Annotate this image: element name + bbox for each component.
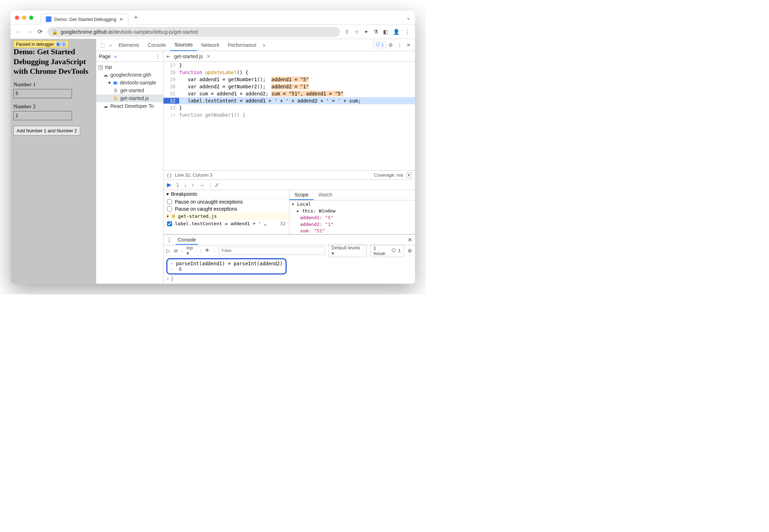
labs-icon[interactable]: ⚗ (374, 29, 378, 35)
tab-elements[interactable]: Elements (114, 39, 143, 51)
console-drawer: ⋮ Console ✕ ▷ ⊘ | top ▾ | 👁 | (164, 234, 415, 284)
file-tab-bar: ⇤ get-started.js✕ (164, 51, 415, 62)
tab-scope[interactable]: Scope (289, 190, 314, 200)
tab-watch[interactable]: Watch (314, 190, 337, 200)
resume-button[interactable]: ▶ (167, 182, 171, 188)
console-clear-icon[interactable]: ⊘ (174, 248, 178, 254)
highlighted-console: ›parseInt(addend1) + parseInt(addend2) ‹… (166, 258, 287, 275)
more-tabs-icon[interactable]: » (261, 42, 268, 48)
cursor-position: Line 32, Column 3 (175, 172, 212, 178)
coverage-status: Coverage: n/a (374, 172, 403, 178)
debugger-lower: ▾ Breakpoints Pause on uncaught exceptio… (164, 190, 415, 234)
navigator-more-icon[interactable]: » (114, 54, 117, 59)
minimize-window-icon[interactable] (22, 16, 26, 20)
code-column: ⇤ get-started.js✕ 27} 28function updateL… (164, 51, 415, 284)
label-number2: Number 2 (13, 103, 93, 110)
tab-console[interactable]: Console (144, 39, 170, 51)
settings-icon[interactable]: ⚙ (386, 42, 395, 48)
tree-react[interactable]: ☁ React Developer To (96, 102, 163, 110)
file-tab[interactable]: get-started.js✕ (174, 54, 211, 59)
profile-icon[interactable]: 👤 (393, 29, 400, 35)
step-icon[interactable]: ⤵ (62, 41, 66, 47)
paused-badge: Paused in debugger ▶ ⤵ (13, 40, 68, 48)
toggle-navigator-icon[interactable]: ⇤ (166, 54, 171, 59)
add-button[interactable]: Add Number 1 and Number 2 (13, 126, 80, 135)
drawer-console-tab[interactable]: Console (176, 235, 198, 245)
devtools-tabs: ⬚ ⌐ Elements Console Sources Network Per… (96, 39, 415, 51)
drawer-menu-icon[interactable]: ⋮ (166, 237, 172, 243)
tab-sources[interactable]: Sources (170, 39, 197, 51)
issues-badge[interactable]: 🗨 1 (373, 41, 386, 48)
tab-performance[interactable]: Performance (224, 39, 261, 51)
tree-host[interactable]: ☁ googlechrome.gith (96, 71, 163, 79)
forward-button: → (27, 28, 33, 35)
back-button[interactable]: ← (16, 28, 22, 35)
url-text: googlechrome.github.io/devtools-samples/… (61, 29, 198, 35)
address-field[interactable]: 🔒 googlechrome.github.io/devtools-sample… (48, 27, 340, 37)
deactivate-bp-icon[interactable]: ⁄⁄ (216, 182, 218, 188)
tree-top[interactable]: ◳ top (96, 63, 163, 71)
bp-line-row[interactable]: label.textContent = addend1 + ' … 32 (164, 220, 289, 227)
navigator-page-label[interactable]: Page (99, 54, 111, 59)
menu-icon[interactable]: ⋮ (405, 29, 410, 35)
console-filter-input[interactable] (218, 247, 325, 255)
window-controls (15, 16, 33, 20)
maximize-window-icon[interactable] (29, 16, 33, 20)
breakpoints-pane: ▾ Breakpoints Pause on uncaught exceptio… (164, 190, 289, 234)
close-devtools-icon[interactable]: ✕ (404, 42, 413, 48)
content-area: Paused in debugger ▶ ⤵ Demo: Get Started… (11, 39, 415, 284)
console-settings-icon[interactable]: ⚙ (408, 248, 412, 254)
pause-caught-row[interactable]: Pause on caught exceptions (164, 205, 289, 212)
lock-icon: 🔒 (52, 29, 58, 35)
tree-file-js[interactable]: 🗎 get-started.js (96, 94, 163, 102)
titlebar: Demo: Get Started Debugging ✕ + ⌄ (11, 11, 415, 25)
new-tab-button[interactable]: + (134, 14, 138, 21)
file-close-icon[interactable]: ✕ (206, 54, 211, 59)
live-expression-icon[interactable]: 👁 (205, 248, 210, 253)
bp-file-row[interactable]: ▾ 🗎 get-started.js (164, 212, 289, 220)
bookmark-icon[interactable]: ☆ (354, 29, 359, 35)
step-out-icon[interactable]: ↑ (192, 182, 195, 188)
console-body[interactable]: ›parseInt(addend1) + parseInt(addend2) ‹… (164, 256, 415, 284)
sidepanel-icon[interactable]: ◧ (383, 29, 388, 35)
breakpoints-header[interactable]: ▾ Breakpoints (164, 190, 289, 198)
navigator-menu-icon[interactable]: ⋮ (155, 54, 160, 59)
tree-file-html[interactable]: 🗎 get-started (96, 87, 163, 94)
tab-close-icon[interactable]: ✕ (119, 17, 123, 22)
step-icon[interactable]: → (199, 182, 205, 188)
drawer-close-icon[interactable]: ✕ (408, 237, 412, 243)
log-levels-dropdown[interactable]: Default levels ▾ (328, 244, 367, 257)
tab-network[interactable]: Network (197, 39, 223, 51)
resume-icon[interactable]: ▶ (56, 41, 61, 47)
navigator: Page » ⋮ ◳ top ☁ googlechrome.gith ▾ 🖿 d… (96, 51, 164, 284)
console-cursor[interactable] (172, 276, 172, 281)
step-into-icon[interactable]: ↓ (184, 182, 187, 188)
scope-pane: Scope Watch ▾ Local ▸ this: Window adden… (289, 190, 415, 234)
step-over-icon[interactable]: ⤵ (176, 182, 179, 188)
url-bar: ← → ⟳ 🔒 googlechrome.github.io/devtools-… (11, 25, 415, 39)
pretty-print-icon[interactable]: { } (167, 172, 171, 178)
console-input-line: parseInt(addend1) + parseInt(addend2) (176, 261, 283, 266)
inspect-icon[interactable]: ⬚ (98, 42, 107, 48)
coverage-dropdown-icon[interactable]: ▾ (406, 172, 411, 178)
input-number2[interactable] (13, 111, 72, 120)
page-title: Demo: Get Started Debugging JavaScript w… (13, 47, 93, 76)
device-icon[interactable]: ⌐ (107, 42, 114, 48)
issue-count[interactable]: 1 Issue: 🗨 1 (370, 244, 404, 257)
tabs-dropdown-icon[interactable]: ⌄ (406, 14, 411, 21)
share-icon[interactable]: ⇧ (345, 29, 349, 35)
code-editor[interactable]: 27} 28function updateLabel() { 29 var ad… (164, 62, 415, 170)
console-context[interactable]: top ▾ (187, 245, 197, 256)
reload-button[interactable]: ⟳ (38, 28, 43, 35)
debugger-toolbar: ▶ ⤵ ↓ ↑ → | ⁄⁄ (164, 179, 415, 190)
input-number1[interactable] (13, 89, 72, 98)
sources-panel: Page » ⋮ ◳ top ☁ googlechrome.gith ▾ 🖿 d… (96, 51, 415, 284)
kebab-icon[interactable]: ⋮ (395, 42, 404, 48)
browser-tab[interactable]: Demo: Get Started Debugging ✕ (40, 13, 128, 25)
tab-title: Demo: Get Started Debugging (54, 17, 116, 22)
pause-uncaught-row[interactable]: Pause on uncaught exceptions (164, 198, 289, 205)
close-window-icon[interactable] (15, 16, 19, 20)
extensions-icon[interactable]: ✦ (364, 29, 369, 35)
console-sidebar-icon[interactable]: ▷ (166, 248, 170, 254)
tree-folder[interactable]: ▾ 🖿 devtools-sample (96, 79, 163, 87)
